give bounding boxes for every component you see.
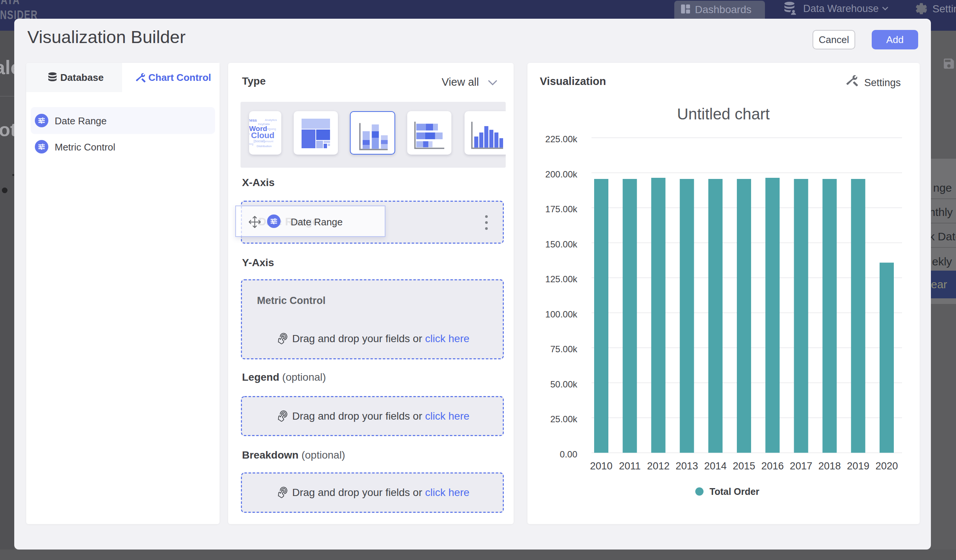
svg-text:2012: 2012 (647, 460, 670, 472)
svg-text:150.00k: 150.00k (546, 239, 578, 249)
svg-text:200.00k: 200.00k (546, 169, 578, 179)
svg-text:2011: 2011 (619, 460, 641, 472)
svg-text:0.00: 0.00 (560, 449, 577, 459)
svg-text:2017: 2017 (790, 460, 812, 472)
svg-text:2016: 2016 (761, 460, 784, 472)
svg-text:2018: 2018 (819, 460, 841, 472)
svg-text:2019: 2019 (847, 460, 870, 472)
svg-text:75.00k: 75.00k (550, 344, 578, 354)
svg-text:225.00k: 225.00k (546, 134, 578, 144)
svg-text:50.00k: 50.00k (550, 379, 578, 389)
svg-text:125.00k: 125.00k (546, 274, 578, 284)
svg-text:25.00k: 25.00k (550, 414, 578, 424)
svg-text:2015: 2015 (733, 460, 755, 472)
svg-text:175.00k: 175.00k (546, 204, 578, 214)
svg-text:2014: 2014 (704, 460, 727, 472)
svg-text:100.00k: 100.00k (546, 309, 578, 319)
svg-text:2013: 2013 (676, 460, 698, 472)
svg-text:2020: 2020 (876, 460, 898, 472)
svg-text:Total Order: Total Order (709, 486, 759, 497)
svg-text:2010: 2010 (590, 460, 612, 472)
